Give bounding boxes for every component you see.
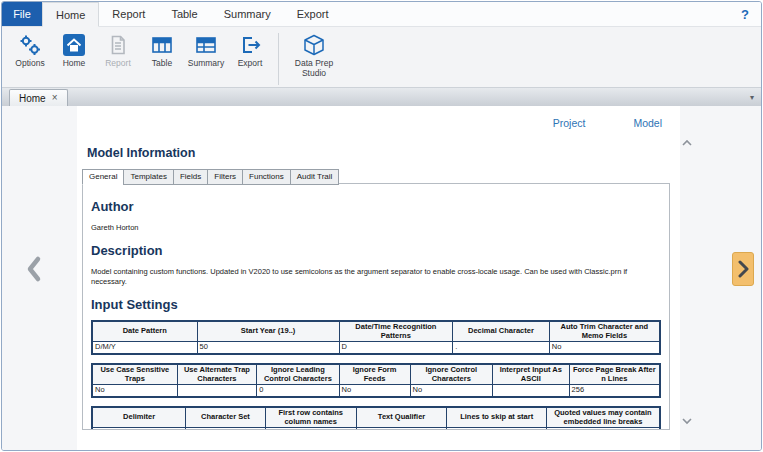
content-area: Project Model Model Information General … bbox=[2, 106, 761, 450]
table-cell: . bbox=[453, 342, 550, 354]
table-header-cell: Interpret Input As ASCII bbox=[492, 364, 569, 385]
report-button-label: Report bbox=[105, 59, 131, 69]
options-button[interactable]: Options bbox=[8, 30, 52, 85]
previous-arrow-button[interactable] bbox=[23, 254, 45, 284]
table-cell: comma bbox=[92, 428, 186, 430]
table-button[interactable]: Table bbox=[140, 30, 184, 85]
table-header-cell: Ignore Form Feeds bbox=[339, 364, 410, 385]
input-settings-heading: Input Settings bbox=[91, 297, 661, 312]
table-cell: 256 bbox=[569, 385, 660, 397]
table-header-cell: Ignore Control Characters bbox=[410, 364, 492, 385]
model-information-page: Project Model Model Information General … bbox=[77, 106, 680, 450]
document-tab-strip: Home × ▾ bbox=[2, 88, 761, 106]
ribbon-tab-table[interactable]: Table bbox=[158, 2, 210, 26]
tab-general[interactable]: General bbox=[82, 169, 123, 185]
table-row: No0NoNo256 bbox=[92, 385, 660, 397]
home-button-label: Home bbox=[63, 59, 86, 69]
author-heading: Author bbox=[91, 199, 661, 214]
table-cell: " bbox=[356, 428, 447, 430]
toolbar-separator bbox=[278, 33, 279, 85]
input-settings-table-dates: Date PatternStart Year (19..)Date/Time R… bbox=[91, 320, 661, 355]
description-value: Model containing custom functions. Updat… bbox=[91, 267, 661, 286]
table-header-cell: Quoted values may contain embedded line … bbox=[546, 407, 660, 428]
table-header-cell: Ignore Leading Control Characters bbox=[257, 364, 339, 385]
table-cell: 0 bbox=[447, 428, 546, 430]
data-prep-studio-cube-icon bbox=[302, 33, 326, 57]
table-grid-icon bbox=[150, 33, 174, 57]
table-row: commaANSIYes"0No bbox=[92, 428, 660, 430]
model-info-panel: Author Gareth Horton Description Model c… bbox=[82, 183, 670, 430]
table-header-cell: Lines to skip at start bbox=[447, 407, 546, 428]
app-window: File Home Report Table Summary Export ? … bbox=[1, 1, 762, 451]
summary-grid-icon bbox=[194, 33, 218, 57]
tabstrip-dropdown-icon[interactable]: ▾ bbox=[750, 93, 754, 102]
table-cell bbox=[177, 385, 257, 397]
model-link[interactable]: Model bbox=[633, 117, 662, 129]
table-header-cell: Text Qualifier bbox=[356, 407, 447, 428]
table-cell: No bbox=[339, 385, 410, 397]
ribbon-tab-summary[interactable]: Summary bbox=[211, 2, 284, 26]
table-header-cell: Start Year (19..) bbox=[197, 321, 339, 342]
tab-functions[interactable]: Functions bbox=[242, 169, 290, 185]
table-cell: No bbox=[410, 385, 492, 397]
scroll-down-icon[interactable] bbox=[681, 416, 693, 426]
table-cell: D/M/Y bbox=[92, 342, 197, 354]
project-link[interactable]: Project bbox=[553, 117, 586, 129]
tab-filters[interactable]: Filters bbox=[207, 169, 242, 185]
report-document-icon bbox=[106, 33, 130, 57]
table-cell: D bbox=[339, 342, 453, 354]
author-value: Gareth Horton bbox=[91, 223, 661, 232]
summary-button-label: Summary bbox=[188, 59, 224, 69]
table-header-row: DelimiterCharacter SetFirst row contains… bbox=[92, 407, 660, 428]
ribbon-tab-report[interactable]: Report bbox=[99, 2, 158, 26]
table-cell: No bbox=[549, 342, 660, 354]
table-header-cell: Force Page Break After n Lines bbox=[569, 364, 660, 385]
close-icon[interactable]: × bbox=[52, 93, 58, 103]
page-title: Model Information bbox=[87, 146, 195, 160]
table-header-cell: Delimiter bbox=[92, 407, 186, 428]
ribbon-tab-home[interactable]: Home bbox=[42, 2, 99, 27]
help-icon[interactable]: ? bbox=[741, 7, 749, 22]
table-header-cell: Use Case Sensitive Traps bbox=[92, 364, 177, 385]
home-button[interactable]: Home bbox=[52, 30, 96, 85]
table-cell: Yes bbox=[265, 428, 356, 430]
input-settings-table-traps: Use Case Sensitive TrapsUse Alternate Tr… bbox=[91, 363, 661, 398]
table-cell: No bbox=[92, 385, 177, 397]
document-tab-home[interactable]: Home × bbox=[9, 89, 68, 106]
tab-audit-trail[interactable]: Audit Trail bbox=[290, 169, 340, 185]
table-header-cell: Character Set bbox=[186, 407, 266, 428]
table-cell: 50 bbox=[197, 342, 339, 354]
table-header-row: Use Case Sensitive TrapsUse Alternate Tr… bbox=[92, 364, 660, 385]
report-button[interactable]: Report bbox=[96, 30, 140, 85]
data-prep-studio-button[interactable]: Data Prep Studio bbox=[285, 30, 343, 85]
tab-templates[interactable]: Templates bbox=[123, 169, 172, 185]
vertical-scrollbar[interactable] bbox=[680, 138, 694, 426]
data-prep-studio-button-label: Data Prep Studio bbox=[285, 59, 343, 79]
input-settings-table-delimiter: DelimiterCharacter SetFirst row contains… bbox=[91, 406, 661, 430]
table-cell bbox=[492, 385, 569, 397]
file-tab[interactable]: File bbox=[2, 2, 42, 26]
ribbon-tab-export[interactable]: Export bbox=[284, 2, 342, 26]
table-header-cell: Date Pattern bbox=[92, 321, 197, 342]
table-button-label: Table bbox=[152, 59, 172, 69]
ribbon-toolbar: Options Home Report bbox=[2, 26, 761, 88]
options-gear-icon bbox=[18, 33, 42, 57]
home-icon bbox=[62, 33, 86, 57]
table-cell: ANSI bbox=[186, 428, 266, 430]
export-button-label: Export bbox=[238, 59, 263, 69]
scroll-up-icon[interactable] bbox=[681, 138, 693, 148]
table-header-cell: Use Alternate Trap Characters bbox=[177, 364, 257, 385]
view-links: Project Model bbox=[553, 117, 662, 129]
description-heading: Description bbox=[91, 243, 661, 258]
ribbon-tab-bar: File Home Report Table Summary Export ? bbox=[2, 2, 761, 26]
export-arrow-icon bbox=[238, 33, 262, 57]
tab-fields[interactable]: Fields bbox=[173, 169, 207, 185]
document-tab-label: Home bbox=[19, 93, 46, 104]
next-arrow-button[interactable] bbox=[732, 252, 754, 286]
export-button[interactable]: Export bbox=[228, 30, 272, 85]
summary-button[interactable]: Summary bbox=[184, 30, 228, 85]
table-header-cell: Date/Time Recognition Patterns bbox=[339, 321, 453, 342]
table-cell: 0 bbox=[257, 385, 339, 397]
table-header-cell: Decimal Character bbox=[453, 321, 550, 342]
table-header-row: Date PatternStart Year (19..)Date/Time R… bbox=[92, 321, 660, 342]
